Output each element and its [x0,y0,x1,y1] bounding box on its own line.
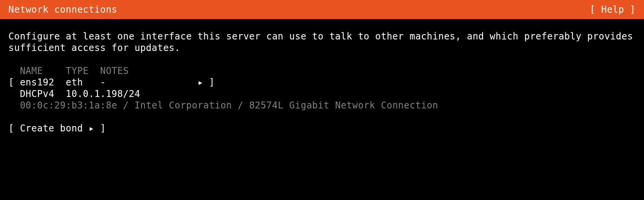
help-button[interactable]: [ Help ] [590,4,636,15]
ip-address: 10.0.1.198/24 [66,89,140,99]
hw-model: 82574L Gigabit Network Connection [249,100,438,111]
bracket-close: ] [630,4,636,15]
bracket-close: ] [100,123,106,134]
col-notes: NOTES [100,66,129,76]
interface-row[interactable]: [ ens192 eth - ▸ ] [8,77,636,88]
bracket-open: [ [8,123,14,134]
col-type: TYPE [66,66,89,76]
triangle-right-icon: ▸ [89,123,94,134]
create-bond-button[interactable]: [ Create bond ▸ ] [8,123,636,134]
content-area: Configure at least one interface this se… [0,19,644,134]
col-name: NAME [20,66,43,76]
iface-type: eth [66,77,83,88]
hw-vendor: Intel Corporation [135,100,232,111]
interface-address-row: DHCPv4 10.0.1.198/24 [8,88,636,100]
iface-notes: - [100,77,106,88]
bracket-open: [ [590,4,595,15]
page-title: Network connections [8,4,117,15]
interface-hw-info: 00:0c:29:b3:1a:8e / Intel Corporation / … [8,100,636,111]
create-bond-label: Create bond [20,123,83,134]
bracket-close: ] [209,77,215,88]
mac-address: 00:0c:29:b3:1a:8e [20,100,117,111]
iface-name: ens192 [20,77,54,88]
bracket-open: [ [8,77,14,88]
table-header-row: NAME TYPE NOTES [8,65,636,77]
header-bar: Network connections [ Help ] [0,0,644,19]
triangle-right-icon: ▸ [197,77,203,88]
dhcp-label: DHCPv4 [20,89,54,99]
help-label: Help [601,4,624,15]
instruction-text: Configure at least one interface this se… [8,31,636,54]
